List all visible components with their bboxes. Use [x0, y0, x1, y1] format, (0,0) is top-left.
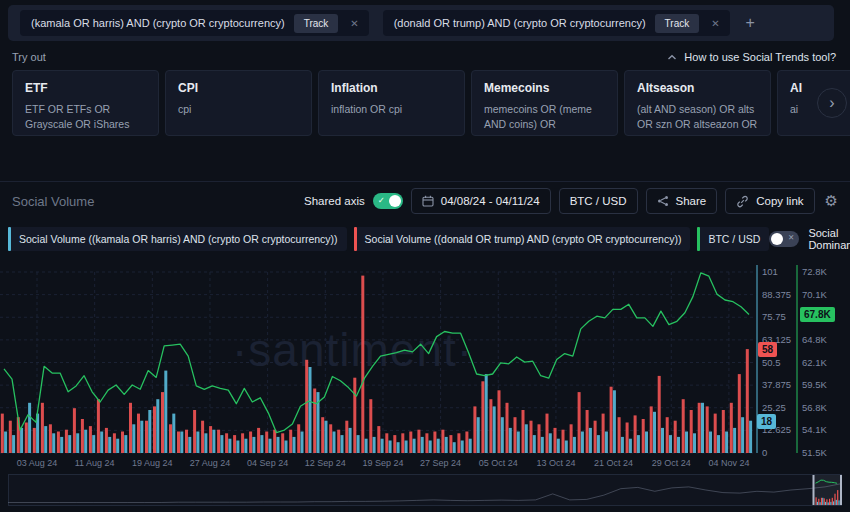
tryout-card-query: inflation OR cpi [331, 102, 452, 117]
pair-button[interactable]: BTC / USD [559, 188, 638, 214]
share-button[interactable]: Share [646, 188, 718, 214]
svg-text:27 Sep 24: 27 Sep 24 [420, 458, 461, 468]
query-text: (kamala OR harris) AND (crypto OR crypto… [31, 17, 285, 29]
tryout-card-title: Inflation [331, 81, 452, 95]
legend-item[interactable]: BTC / USD [697, 227, 769, 251]
navigator-chart[interactable] [8, 474, 842, 508]
howto-link-label: How to use Social Trends tool? [684, 51, 836, 63]
kamala-volume-badge: 18 [757, 414, 776, 429]
svg-text:12 Sep 24: 12 Sep 24 [305, 458, 346, 468]
svg-text:0: 0 [762, 447, 767, 458]
tryout-card[interactable]: Memecoinsmemecoins OR (meme AND coins) O… [471, 70, 618, 136]
track-button[interactable]: Track [294, 14, 339, 33]
svg-text:29 Oct 24: 29 Oct 24 [652, 458, 691, 468]
btc-price-badge: 67.8K [800, 307, 835, 322]
track-button[interactable]: Track [655, 14, 700, 33]
query-tab-bar: (kamala OR harris) AND (crypto OR crypto… [8, 5, 834, 41]
svg-text:51.5K: 51.5K [802, 447, 827, 458]
svg-text:19 Sep 24: 19 Sep 24 [362, 458, 403, 468]
chart-controls: Shared axis ✓ 04/08/24 - 04/11/24 BTC / … [304, 188, 840, 214]
legend-color-bar [8, 227, 11, 251]
svg-text:13 Oct 24: 13 Oct 24 [536, 458, 575, 468]
calendar-icon [422, 195, 434, 207]
svg-text:72.8K: 72.8K [802, 266, 827, 277]
tryout-card-title: CPI [178, 81, 299, 95]
legend-item[interactable]: Social Volume ((kamala OR harris) AND (c… [8, 227, 347, 251]
cross-icon: ✕ [788, 233, 794, 242]
tryout-card[interactable]: CPIcpi [165, 70, 312, 136]
svg-text:25.25: 25.25 [762, 402, 786, 413]
svg-text:88.375: 88.375 [762, 289, 791, 300]
legend-item-label: Social Volume ((donald OR trump) AND (cr… [365, 233, 682, 245]
tryout-header: Try out How to use Social Trends tool? [12, 51, 836, 63]
svg-text:19 Aug 24: 19 Aug 24 [132, 458, 173, 468]
tryout-cards: ETFETF OR ETFs OR Grayscale OR iShares O… [12, 70, 850, 136]
tryout-card-query: (alt AND season) OR alts OR szn OR altse… [637, 102, 758, 136]
svg-text:64.8K: 64.8K [802, 334, 827, 345]
tryout-cards-wrap: ETFETF OR ETFs OR Grayscale OR iShares O… [12, 70, 850, 137]
svg-text:101: 101 [762, 266, 778, 277]
svg-text:03 Aug 24: 03 Aug 24 [17, 458, 58, 468]
svg-text:04 Sep 24: 04 Sep 24 [247, 458, 288, 468]
legend-item[interactable]: Social Volume ((donald OR trump) AND (cr… [354, 227, 691, 251]
svg-text:50.5: 50.5 [762, 357, 781, 368]
svg-text:21 Oct 24: 21 Oct 24 [594, 458, 633, 468]
howto-link[interactable]: How to use Social Trends tool? [667, 51, 836, 63]
close-icon[interactable]: ✕ [347, 18, 361, 29]
svg-text:05 Oct 24: 05 Oct 24 [479, 458, 518, 468]
svg-text:04 Nov 24: 04 Nov 24 [708, 458, 749, 468]
chart-title: Social Volume [12, 194, 94, 209]
svg-text:62.1K: 62.1K [802, 357, 827, 368]
svg-text:54.1K: 54.1K [802, 424, 827, 435]
section-divider [0, 181, 850, 182]
legend-item-label: BTC / USD [708, 233, 760, 245]
svg-text:11 Aug 24: 11 Aug 24 [75, 458, 115, 468]
tryout-label: Try out [12, 51, 46, 63]
tryout-card-title: Altseason [637, 81, 758, 95]
shared-axis-label: Shared axis [304, 195, 365, 207]
copy-link-button-label: Copy link [756, 195, 803, 207]
svg-text:37.875: 37.875 [762, 379, 791, 390]
social-trends-page: (kamala OR harris) AND (crypto OR crypto… [0, 0, 850, 512]
social-dominance-label: Social Dominance [808, 227, 850, 251]
link-icon [736, 195, 749, 208]
date-range-button[interactable]: 04/08/24 - 04/11/24 [411, 188, 551, 214]
tryout-card-title: ETF [25, 81, 146, 95]
query-tab[interactable]: (kamala OR harris) AND (crypto OR crypto… [20, 10, 369, 36]
share-button-label: Share [676, 195, 707, 207]
share-icon [657, 195, 669, 207]
settings-gear-icon[interactable]: ⚙ [823, 192, 840, 210]
query-text: (donald OR trump) AND (crypto OR cryptoc… [394, 17, 646, 29]
pair-button-label: BTC / USD [570, 195, 627, 207]
tryout-card[interactable]: ETFETF OR ETFs OR Grayscale OR iShares O… [12, 70, 159, 136]
tryout-card-query: memecoins OR (meme AND coins) OR memecoi… [484, 102, 605, 136]
toggle-knob [389, 195, 401, 207]
cards-next-button[interactable]: › [817, 88, 847, 118]
close-icon[interactable]: ✕ [708, 18, 722, 29]
copy-link-button[interactable]: Copy link [725, 188, 814, 214]
legend-color-bar [697, 227, 700, 251]
chevron-right-icon: › [829, 94, 834, 112]
tryout-card-query: ETF OR ETFs OR Grayscale OR iShares OR b… [25, 102, 146, 136]
add-query-button[interactable]: + [746, 14, 755, 32]
chevron-up-icon [667, 54, 677, 61]
svg-text:70.1K: 70.1K [802, 289, 827, 300]
svg-text:27 Aug 24: 27 Aug 24 [190, 458, 231, 468]
svg-text:59.5K: 59.5K [802, 379, 827, 390]
shared-axis-toggle[interactable]: ✓ [373, 193, 403, 209]
social-dominance-control: ✕ Social Dominance [769, 227, 850, 251]
toggle-knob [771, 233, 783, 245]
legend-row: Social Volume ((kamala OR harris) AND (c… [8, 227, 840, 251]
social-dominance-toggle[interactable]: ✕ [769, 231, 799, 247]
svg-text:56.8K: 56.8K [802, 402, 827, 413]
social-volume-chart[interactable]: 10172.8K88.37570.1K75.7563.12564.8K50.56… [0, 255, 850, 470]
trump-volume-badge: 58 [758, 342, 777, 357]
check-icon: ✓ [378, 195, 385, 205]
chart-header: Social Volume Shared axis ✓ 04/08/24 - 0… [12, 187, 840, 215]
date-range-text: 04/08/24 - 04/11/24 [441, 195, 540, 207]
tryout-card[interactable]: Altseason(alt AND season) OR alts OR szn… [624, 70, 771, 136]
legend-chips: Social Volume ((kamala OR harris) AND (c… [8, 227, 769, 251]
svg-text:75.75: 75.75 [762, 311, 786, 322]
query-tab[interactable]: (donald OR trump) AND (crypto OR cryptoc… [383, 10, 730, 36]
tryout-card[interactable]: Inflationinflation OR cpi [318, 70, 465, 136]
